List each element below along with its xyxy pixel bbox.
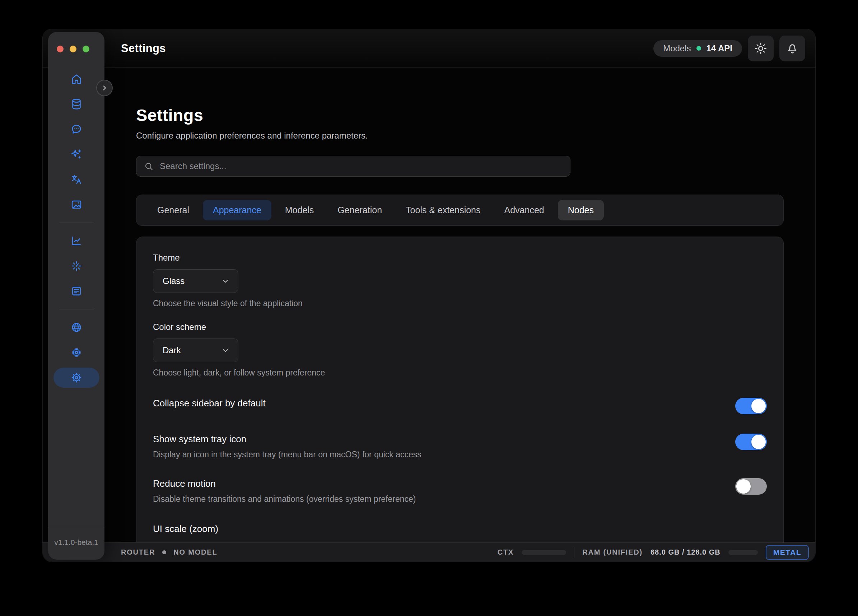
sun-icon [754, 42, 768, 55]
models-badge-value: 14 API [707, 44, 732, 53]
translate-icon [70, 173, 82, 185]
sidebar-item-translate[interactable] [53, 170, 99, 190]
status-divider [574, 547, 574, 558]
app-version: v1.1.0-beta.1 [54, 527, 98, 560]
zoom-window-button[interactable] [82, 45, 89, 53]
chat-icon [70, 123, 82, 135]
theme-select[interactable]: Glass [153, 269, 238, 293]
chevron-down-icon [221, 346, 230, 355]
globe-icon [70, 321, 82, 333]
sidebar-item-generate[interactable] [53, 144, 99, 165]
bell-icon [785, 42, 799, 55]
titlebar: Settings Models 14 API [43, 29, 815, 68]
sidebar-footer: v1.1.0-beta.1 [48, 527, 104, 560]
toggle-knob [751, 399, 766, 413]
reduce-motion-help: Disable theme transitions and animations… [153, 494, 416, 504]
sidebar-item-logs[interactable] [53, 281, 99, 301]
burst-icon [70, 260, 82, 272]
sidebar-expand-button[interactable] [96, 80, 113, 96]
search-input[interactable] [160, 161, 570, 171]
appearance-settings-card: Theme Glass Choose the visual style of t… [136, 236, 784, 562]
status-right: CTX RAM (UNIFIED) 68.0 GB / 128.0 GB MET… [497, 545, 809, 560]
chevron-down-icon [221, 277, 230, 286]
notifications-button[interactable] [779, 36, 805, 61]
tray-icon-toggle[interactable] [735, 434, 767, 450]
ctx-label: CTX [497, 548, 514, 557]
status-bar: ROUTER NO MODEL CTX RAM (UNIFIED) 68.0 G… [43, 543, 815, 562]
models-badge-label: Models [663, 44, 691, 53]
chevron-right-icon [101, 84, 108, 92]
home-icon [70, 73, 82, 85]
reduce-motion-toggle[interactable] [735, 478, 767, 495]
online-status-dot [696, 46, 701, 51]
sidebar: v1.1.0-beta.1 [48, 32, 104, 560]
sidebar-item-home[interactable] [53, 69, 99, 89]
tray-icon-row: Show system tray icon Display an icon in… [153, 434, 767, 459]
tray-icon-label: Show system tray icon [153, 434, 421, 445]
collapse-sidebar-label: Collapse sidebar by default [153, 398, 266, 409]
tab-appearance[interactable]: Appearance [203, 200, 271, 221]
minimize-window-button[interactable] [70, 45, 76, 53]
settings-tabs: General Appearance Models Generation Too… [136, 194, 784, 226]
model-status-label: NO MODEL [173, 548, 217, 557]
tab-nodes[interactable]: Nodes [558, 200, 604, 221]
status-left: ROUTER NO MODEL [121, 548, 217, 557]
app-window: Settings Models 14 API [42, 29, 816, 562]
page-subtitle: Configure application preferences and in… [136, 131, 784, 141]
reduce-motion-row: Reduce motion Disable theme transitions … [153, 478, 767, 504]
close-window-button[interactable] [57, 45, 64, 53]
sidebar-divider [59, 222, 94, 223]
backend-badge: METAL [766, 545, 809, 560]
theme-toggle-button[interactable] [748, 36, 774, 61]
sidebar-item-chat[interactable] [53, 119, 99, 139]
ctx-usage-bar [522, 550, 566, 555]
color-scheme-help: Choose light, dark, or follow system pre… [153, 368, 767, 378]
gear-icon [70, 372, 82, 384]
titlebar-actions: Models 14 API [653, 36, 805, 61]
tray-icon-help: Display an icon in the system tray (menu… [153, 450, 421, 459]
tab-generation[interactable]: Generation [327, 200, 392, 221]
search-icon [144, 162, 154, 171]
desktop-background: Settings Models 14 API [0, 0, 858, 616]
main-content: Settings Configure application preferenc… [136, 68, 784, 543]
ui-scale-label: UI scale (zoom) [153, 523, 767, 535]
models-status-badge[interactable]: Models 14 API [653, 40, 742, 57]
ram-usage-bar [728, 550, 758, 555]
theme-label: Theme [153, 253, 767, 263]
toggle-knob [736, 479, 751, 493]
sidebar-item-analytics[interactable] [53, 231, 99, 251]
color-scheme-label: Color scheme [153, 322, 767, 332]
toggle-knob [751, 435, 766, 449]
database-icon [70, 98, 82, 110]
sidebar-item-models-library[interactable] [53, 94, 99, 114]
tab-tools-extensions[interactable]: Tools & extensions [396, 200, 490, 221]
reduce-motion-label: Reduce motion [153, 478, 416, 489]
document-icon [70, 285, 82, 297]
tab-models[interactable]: Models [275, 200, 324, 221]
sidebar-nav [53, 69, 99, 388]
sidebar-divider [59, 309, 94, 310]
tab-advanced[interactable]: Advanced [494, 200, 554, 221]
sidebar-item-images[interactable] [53, 194, 99, 215]
collapse-sidebar-toggle[interactable] [735, 398, 767, 414]
window-controls [48, 32, 89, 53]
ram-label: RAM (UNIFIED) [582, 548, 643, 557]
color-scheme-select[interactable]: Dark [153, 339, 238, 362]
tab-general[interactable]: General [147, 200, 199, 221]
image-icon [70, 199, 82, 211]
collapse-sidebar-row: Collapse sidebar by default [153, 398, 767, 414]
chip-icon [70, 347, 82, 359]
theme-select-value: Glass [163, 276, 221, 286]
ram-value: 68.0 GB / 128.0 GB [651, 548, 721, 557]
sidebar-item-network[interactable] [53, 317, 99, 338]
settings-search[interactable] [136, 156, 570, 177]
sidebar-item-benchmark[interactable] [53, 256, 99, 276]
chart-icon [70, 235, 82, 247]
sidebar-item-hardware[interactable] [53, 342, 99, 362]
titlebar-title: Settings [121, 42, 166, 55]
sparkles-icon [70, 148, 82, 160]
theme-help: Choose the visual style of the applicati… [153, 299, 767, 308]
model-status-dot [162, 550, 166, 554]
page-title: Settings [136, 105, 784, 125]
sidebar-item-settings[interactable] [53, 367, 99, 388]
